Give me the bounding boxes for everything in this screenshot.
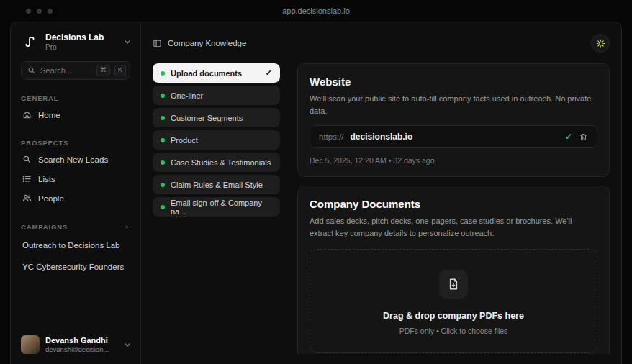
dropzone-title: Drag & drop company PDFs here: [383, 311, 524, 321]
address-bar: app.decisionslab.io: [0, 6, 632, 15]
status-dot-icon: [161, 138, 165, 142]
sidebar-item-campaign[interactable]: Outreach to Decisions Lab: [21, 235, 130, 256]
company-documents-card: Company Documents Add sales decks, pitch…: [297, 186, 610, 354]
sidebar-item-label: Home: [38, 111, 60, 119]
page-header: Company Knowledge: [141, 22, 621, 62]
step-label: One-liner: [171, 91, 203, 100]
search-placeholder: Search...: [40, 66, 92, 75]
valid-check-icon: ✓: [565, 132, 572, 142]
user-menu[interactable]: Devansh Gandhi devansh@decision...: [21, 335, 130, 354]
knowledge-steps-nav: Upload documents ✓ One-liner Customer Se…: [153, 63, 280, 354]
company-knowledge-icon: [153, 39, 162, 48]
step-label: Case Studies & Testimonials: [171, 158, 271, 167]
step-label: Product: [171, 136, 198, 145]
sidebar-item-label: Lists: [38, 175, 55, 183]
browser-topbar: app.decisionslab.io: [0, 0, 632, 22]
section-label-prospects: PROSPECTS: [21, 139, 130, 147]
trash-icon: [579, 132, 588, 142]
website-card: Website We'll scan your public site to a…: [297, 63, 610, 177]
chevron-down-icon: [125, 40, 130, 45]
chevron-down-icon: [125, 342, 130, 347]
step-label: Email sign-off & Company na...: [171, 199, 272, 216]
file-upload-icon: [439, 270, 468, 299]
pdf-dropzone[interactable]: Drag & drop company PDFs here PDFs only …: [310, 249, 597, 353]
website-url-value: decisionslab.io: [351, 132, 413, 142]
step-upload-documents[interactable]: Upload documents ✓: [153, 63, 280, 83]
section-label-general: GENERAL: [21, 94, 130, 102]
avatar: [21, 335, 40, 354]
sidebar-item-people[interactable]: People: [21, 188, 130, 208]
step-customer-segments[interactable]: Customer Segments: [153, 108, 280, 127]
app-window: Decisions Lab Pro Search... ⌘ K GENERAL …: [10, 22, 622, 364]
workspace-switcher[interactable]: Decisions Lab Pro: [21, 32, 130, 51]
sidebar-item-label: Search New Leads: [38, 155, 108, 164]
user-email: devansh@decision...: [45, 345, 109, 353]
step-product[interactable]: Product: [153, 130, 280, 150]
url-scheme-prefix: https://: [319, 132, 344, 141]
step-case-studies[interactable]: Case Studies & Testimonials: [153, 153, 280, 172]
card-title: Company Documents: [310, 198, 597, 210]
theme-toggle-button[interactable]: [591, 34, 610, 53]
status-dot-icon: [161, 205, 165, 209]
sidebar-item-campaign[interactable]: YC Cybersecurity Founders: [21, 256, 130, 278]
status-dot-icon: [161, 71, 165, 76]
window-close-button[interactable]: [26, 9, 31, 14]
sidebar: Decisions Lab Pro Search... ⌘ K GENERAL …: [11, 22, 141, 364]
sidebar-item-lists[interactable]: Lists: [21, 169, 130, 188]
search-leads-icon: [22, 155, 32, 164]
check-icon: ✓: [266, 68, 272, 78]
status-dot-icon: [161, 183, 165, 187]
last-scanned-timestamp: Dec 5, 2025, 12:20 AM • 32 days ago: [310, 156, 597, 165]
home-icon: [22, 110, 32, 119]
delete-website-button[interactable]: [579, 132, 588, 142]
status-dot-icon: [161, 94, 165, 98]
sun-icon: [596, 39, 605, 48]
step-label: Claim Rules & Email Style: [171, 181, 263, 189]
step-label: Upload documents: [171, 69, 242, 78]
main-content: Company Knowledge Upload documents ✓ One…: [141, 22, 621, 364]
sidebar-item-search-new-leads[interactable]: Search New Leads: [21, 150, 130, 169]
card-description: Add sales decks, pitch decks, one-pagers…: [310, 215, 597, 239]
page-title: Company Knowledge: [168, 39, 246, 47]
add-campaign-button[interactable]: +: [125, 222, 130, 232]
workspace-name: Decisions Lab: [45, 32, 104, 42]
list-icon: [22, 174, 32, 183]
status-dot-icon: [161, 160, 165, 165]
step-email-signoff[interactable]: Email sign-off & Company na...: [153, 197, 280, 217]
decisions-lab-logo-icon: [21, 32, 40, 51]
search-input[interactable]: Search... ⌘ K: [21, 61, 130, 80]
sidebar-item-label: People: [38, 194, 64, 203]
card-description: We'll scan your public site to auto-fill…: [310, 93, 597, 117]
content-column: Website We'll scan your public site to a…: [297, 63, 610, 354]
window-minimize-button[interactable]: [37, 9, 42, 14]
people-icon: [22, 194, 32, 203]
step-one-liner[interactable]: One-liner: [153, 86, 280, 105]
window-controls[interactable]: [0, 9, 53, 14]
sidebar-item-home[interactable]: Home: [21, 105, 130, 124]
shortcut-k-key: K: [114, 65, 126, 76]
window-maximize-button[interactable]: [48, 9, 53, 14]
main-body: Upload documents ✓ One-liner Customer Se…: [141, 62, 621, 364]
status-dot-icon: [161, 116, 165, 120]
dropzone-subtitle: PDFs only • Click to choose files: [399, 327, 508, 335]
step-claim-rules[interactable]: Claim Rules & Email Style: [153, 175, 280, 194]
card-title: Website: [310, 76, 597, 88]
user-name: Devansh Gandhi: [45, 336, 109, 346]
section-label-campaigns: CAMPAIGNS +: [21, 222, 130, 232]
shortcut-cmd-key: ⌘: [96, 65, 110, 76]
website-url-input[interactable]: https:// decisionslab.io ✓: [310, 125, 597, 148]
search-icon: [27, 66, 36, 75]
workspace-plan: Pro: [45, 43, 104, 51]
campaigns-label: CAMPAIGNS: [21, 223, 68, 231]
step-label: Customer Segments: [171, 114, 243, 122]
